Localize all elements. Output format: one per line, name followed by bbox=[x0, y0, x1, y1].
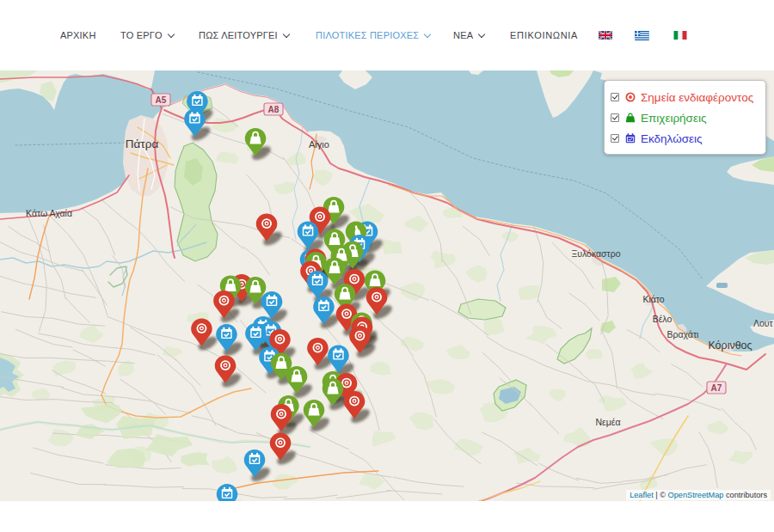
svg-text:A7: A7 bbox=[711, 383, 722, 393]
svg-text:Λουτ: Λουτ bbox=[753, 318, 774, 328]
svg-text:Βέλο: Βέλο bbox=[653, 314, 673, 324]
svg-text:Αίγιο: Αίγιο bbox=[309, 139, 329, 150]
svg-text:Κάτω Αχαία: Κάτω Αχαία bbox=[26, 208, 72, 218]
svg-text:Κόρινθος: Κόρινθος bbox=[708, 339, 752, 352]
svg-text:A8: A8 bbox=[268, 105, 280, 114]
svg-text:Κιάτο: Κιάτο bbox=[642, 294, 664, 304]
svg-text:Βραχάτι: Βραχάτι bbox=[667, 329, 699, 339]
svg-text:A5: A5 bbox=[156, 95, 167, 105]
svg-text:Νεμέα: Νεμέα bbox=[595, 417, 620, 427]
svg-text:Πάτρα: Πάτρα bbox=[126, 138, 159, 150]
svg-text:Ξυλόκαστρο: Ξυλόκαστρο bbox=[571, 248, 620, 259]
